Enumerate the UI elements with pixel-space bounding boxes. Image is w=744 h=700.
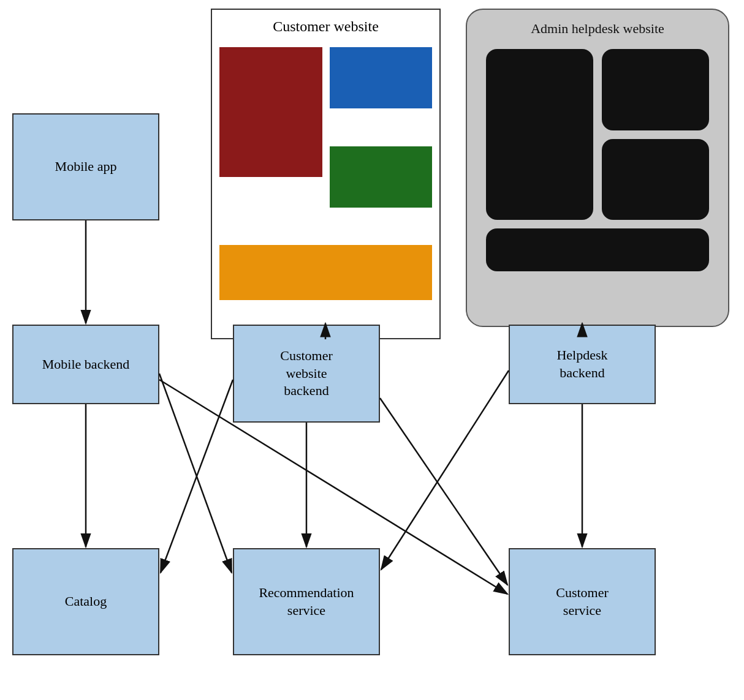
mobile-app-label: Mobile app xyxy=(55,158,117,176)
phone-block-2 xyxy=(486,49,593,220)
arrow-mobile-backend-to-recommendation xyxy=(159,374,232,573)
recommendation-service-box: Recommendation service xyxy=(233,548,380,655)
arrow-cwb-to-catalog xyxy=(161,380,233,573)
phone-block-wide xyxy=(486,228,709,271)
catalog-label: Catalog xyxy=(65,593,107,611)
customer-service-box: Customer service xyxy=(509,548,656,655)
blue-block xyxy=(330,47,433,108)
orange-block xyxy=(219,245,432,300)
helpdesk-backend-box: Helpdesk backend xyxy=(509,325,656,404)
phone-grid xyxy=(481,44,714,315)
red-block xyxy=(219,47,322,177)
mobile-backend-label: Mobile backend xyxy=(42,356,129,374)
mobile-backend-box: Mobile backend xyxy=(12,325,159,404)
customer-website-title: Customer website xyxy=(273,10,379,40)
phone-block-1 xyxy=(602,49,709,130)
catalog-box: Catalog xyxy=(12,548,159,655)
customer-website-color-grid xyxy=(212,40,439,338)
customer-service-label: Customer service xyxy=(556,584,609,619)
diagram: Mobile app Customer website Admin helpde… xyxy=(0,0,744,700)
customer-website-backend-label: Customer website backend xyxy=(280,347,333,400)
admin-helpdesk-website-box: Admin helpdesk website xyxy=(466,9,729,327)
phone-block-3 xyxy=(602,139,709,220)
mobile-app-box: Mobile app xyxy=(12,113,159,220)
recommendation-service-label: Recommendation service xyxy=(259,584,354,619)
arrow-helpdesk-to-recommendation xyxy=(381,371,509,570)
helpdesk-backend-label: Helpdesk backend xyxy=(556,347,607,382)
customer-website-backend-box: Customer website backend xyxy=(233,325,380,423)
customer-website-box: Customer website xyxy=(211,9,441,339)
admin-helpdesk-title: Admin helpdesk website xyxy=(531,21,664,37)
arrow-cwb-to-customer-service xyxy=(380,398,507,585)
green-block xyxy=(330,146,433,208)
